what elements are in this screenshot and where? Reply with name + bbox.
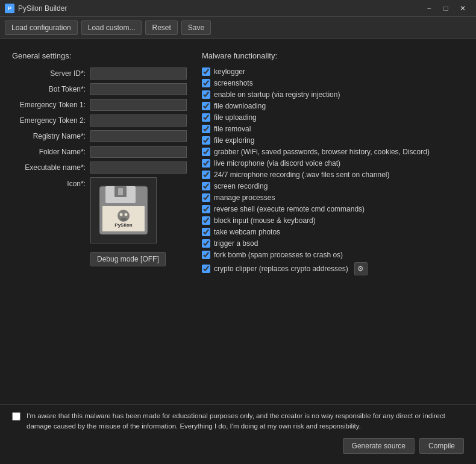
load-config-button[interactable]: Load configuration xyxy=(5,20,78,35)
disclaimer-row: I'm aware that this malware has been mad… xyxy=(12,411,464,432)
disclaimer-checkbox[interactable] xyxy=(12,412,20,421)
screenshots-item: screenshots xyxy=(202,79,464,87)
enable-startup-checkbox[interactable] xyxy=(202,90,210,99)
manage-processes-checkbox[interactable] xyxy=(202,193,210,202)
minimize-button[interactable]: − xyxy=(421,0,437,17)
microphone-recording-checkbox[interactable] xyxy=(202,171,210,179)
toolbar: Load configuration Load custom... Reset … xyxy=(0,17,476,39)
executable-name-input[interactable] xyxy=(90,161,187,174)
block-input-checkbox[interactable] xyxy=(202,216,210,225)
icon-preview[interactable]: PySilon xyxy=(90,177,157,243)
file-exploring-item: file exploring xyxy=(202,136,464,145)
compile-button[interactable]: Compile xyxy=(419,438,464,454)
floppy-disk-image: PySilon xyxy=(96,183,151,237)
folder-name-row: Folder Name*: xyxy=(12,146,190,158)
screen-recording-checkbox[interactable] xyxy=(202,182,210,190)
reverse-shell-item: reverse shell (execute remote cmd comman… xyxy=(202,205,464,213)
executable-name-label: Executable name*: xyxy=(12,163,90,172)
left-panel: General settings: Server ID*: Bot Token*… xyxy=(12,51,190,398)
disclaimer-text[interactable]: I'm aware that this malware has been mad… xyxy=(27,411,464,432)
server-id-input[interactable] xyxy=(90,67,187,80)
block-input-item: block input (mouse & keyboard) xyxy=(202,216,464,225)
malware-functionality-title: Malware functionality: xyxy=(202,51,464,60)
emergency-token-2-row: Emergency Token 2: xyxy=(12,114,190,127)
file-uploading-item: file uploading xyxy=(202,113,464,122)
screen-recording-label[interactable]: screen recording xyxy=(214,182,268,190)
generate-source-button[interactable]: Generate source xyxy=(343,438,415,454)
file-uploading-checkbox[interactable] xyxy=(202,113,210,122)
svg-rect-8 xyxy=(121,218,127,221)
debug-mode-button[interactable]: Debug mode [OFF] xyxy=(90,252,166,266)
manage-processes-item: manage processes xyxy=(202,193,464,202)
icon-container: Icon*: xyxy=(12,177,190,243)
webcam-photos-checkbox[interactable] xyxy=(202,228,210,236)
crypto-clipper-label[interactable]: crypto clipper (replaces crypto addresse… xyxy=(214,265,348,273)
trigger-bsod-checkbox[interactable] xyxy=(202,239,210,248)
reset-button[interactable]: Reset xyxy=(145,20,177,35)
reverse-shell-label[interactable]: reverse shell (execute remote cmd comman… xyxy=(214,205,365,213)
keylogger-label[interactable]: keylogger xyxy=(214,67,245,76)
live-microphone-checkbox[interactable] xyxy=(202,159,210,168)
right-panel: Malware functionality: keylogger screens… xyxy=(202,51,464,398)
microphone-recording-label[interactable]: 24/7 microphone recording (.wav files se… xyxy=(214,171,390,179)
screen-recording-item: screen recording xyxy=(202,182,464,190)
crypto-clipper-checkbox[interactable] xyxy=(202,265,210,273)
window-controls: − □ ✕ xyxy=(421,0,471,17)
enable-startup-label[interactable]: enable on startup (via registry injectio… xyxy=(214,90,340,99)
file-removal-item: file removal xyxy=(202,125,464,133)
folder-name-label: Folder Name*: xyxy=(12,148,90,156)
emergency-token-1-row: Emergency Token 1: xyxy=(12,99,190,111)
reverse-shell-checkbox[interactable] xyxy=(202,205,210,213)
manage-processes-label[interactable]: manage processes xyxy=(214,193,275,202)
webcam-photos-label[interactable]: take webcam photos xyxy=(214,228,280,236)
fork-bomb-item: fork bomb (spam processes to crash os) xyxy=(202,251,464,259)
keylogger-checkbox[interactable] xyxy=(202,67,210,76)
window-title: PySilon Builder xyxy=(18,4,421,13)
server-id-label: Server ID*: xyxy=(12,69,90,78)
registry-name-input[interactable] xyxy=(90,130,187,142)
malware-checkbox-list: keylogger screenshots enable on startup … xyxy=(202,67,464,275)
folder-name-input[interactable] xyxy=(90,146,187,158)
file-uploading-label[interactable]: file uploading xyxy=(214,113,257,122)
grabber-checkbox[interactable] xyxy=(202,148,210,156)
enable-startup-item: enable on startup (via registry injectio… xyxy=(202,90,464,99)
svg-point-6 xyxy=(120,213,123,216)
file-downloading-item: file downloading xyxy=(202,102,464,110)
webcam-photos-item: take webcam photos xyxy=(202,228,464,236)
block-input-label[interactable]: block input (mouse & keyboard) xyxy=(214,216,316,225)
title-bar: P PySilon Builder − □ ✕ xyxy=(0,0,476,17)
svg-text:PySilon: PySilon xyxy=(114,222,132,228)
screenshots-label[interactable]: screenshots xyxy=(214,79,253,87)
emergency-token-1-input[interactable] xyxy=(90,99,187,111)
fork-bomb-label[interactable]: fork bomb (spam processes to crash os) xyxy=(214,251,343,259)
executable-name-row: Executable name*: xyxy=(12,161,190,174)
main-content: General settings: Server ID*: Bot Token*… xyxy=(0,39,476,404)
bot-token-input[interactable] xyxy=(90,83,187,95)
screenshots-checkbox[interactable] xyxy=(202,79,210,87)
bottom-buttons: Generate source Compile xyxy=(12,438,464,454)
save-button[interactable]: Save xyxy=(181,20,211,35)
trigger-bsod-label[interactable]: trigger a bsod xyxy=(214,239,258,248)
close-button[interactable]: ✕ xyxy=(454,0,471,17)
load-custom-button[interactable]: Load custom... xyxy=(81,20,142,35)
file-exploring-label[interactable]: file exploring xyxy=(214,136,254,145)
svg-point-7 xyxy=(125,213,128,216)
file-downloading-checkbox[interactable] xyxy=(202,102,210,110)
general-settings-title: General settings: xyxy=(12,51,190,60)
maximize-button[interactable]: □ xyxy=(437,0,454,17)
emergency-token-2-input[interactable] xyxy=(90,114,187,127)
file-downloading-label[interactable]: file downloading xyxy=(214,102,266,110)
crypto-clipper-settings-button[interactable]: ⚙ xyxy=(354,262,368,275)
grabber-item: grabber (WiFi, saved passwords, browser … xyxy=(202,148,464,156)
registry-name-row: Registry Name*: xyxy=(12,130,190,142)
icon-label: Icon*: xyxy=(12,177,90,188)
microphone-recording-item: 24/7 microphone recording (.wav files se… xyxy=(202,171,464,179)
fork-bomb-checkbox[interactable] xyxy=(202,251,210,259)
server-id-row: Server ID*: xyxy=(12,67,190,80)
grabber-label[interactable]: grabber (WiFi, saved passwords, browser … xyxy=(214,148,430,156)
file-removal-label[interactable]: file removal xyxy=(214,125,251,133)
file-removal-checkbox[interactable] xyxy=(202,125,210,133)
trigger-bsod-item: trigger a bsod xyxy=(202,239,464,248)
file-exploring-checkbox[interactable] xyxy=(202,136,210,145)
live-microphone-label[interactable]: live microphone (via discord voice chat) xyxy=(214,159,340,168)
